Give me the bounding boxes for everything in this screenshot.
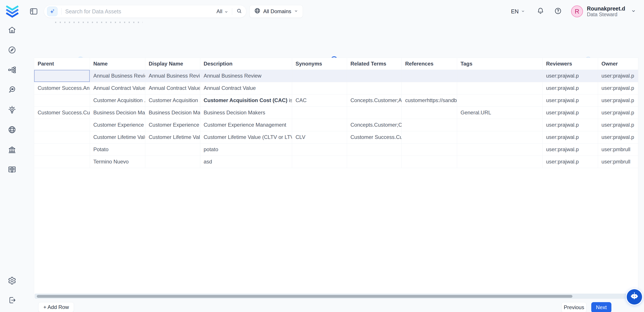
cell-parent-row-6[interactable] xyxy=(34,131,90,143)
cell-references-row-8[interactable] xyxy=(402,155,457,168)
cell-parent-row-2[interactable]: Customer Success.An... xyxy=(34,82,90,94)
previous-button[interactable]: Previous xyxy=(562,302,586,312)
cell-parent-row-4[interactable]: Customer Success.Cu... xyxy=(34,106,90,119)
sidebar-item-data-flow[interactable] xyxy=(8,66,17,75)
cell-synonyms-row-1[interactable] xyxy=(292,70,347,82)
cell-related-terms-row-7[interactable] xyxy=(347,143,402,155)
sidebar-item-observability[interactable] xyxy=(8,86,17,95)
cell-tags-row-4[interactable]: General.URL xyxy=(457,106,542,119)
cell-references-row-5[interactable] xyxy=(402,119,457,131)
cell-description-row-1[interactable]: Annual Business Review xyxy=(200,70,292,82)
cell-name-row-2[interactable]: Annual Contract Value xyxy=(90,82,145,94)
cell-tags-row-1[interactable] xyxy=(457,70,542,82)
cell-parent-row-7[interactable] xyxy=(34,143,90,155)
cell-synonyms-row-4[interactable] xyxy=(292,106,347,119)
cell-parent-row-1[interactable] xyxy=(34,70,90,82)
cell-description-row-5[interactable]: Customer Experience Management xyxy=(200,119,292,131)
search-input[interactable] xyxy=(62,8,216,15)
cell-related-terms-row-2[interactable] xyxy=(347,82,402,94)
cell-parent-row-5[interactable] xyxy=(34,119,90,131)
sidebar-item-domains[interactable] xyxy=(8,125,17,135)
cell-references-row-1[interactable] xyxy=(402,70,457,82)
cell-owner-row-2[interactable]: user:prajwal.p xyxy=(598,82,638,94)
cell-display-name-row-3[interactable]: Customer Acquisition ... xyxy=(145,94,200,106)
ai-sparkle-icon[interactable] xyxy=(47,7,58,16)
cell-owner-row-5[interactable]: user:prajwal.p xyxy=(598,119,638,131)
cell-display-name-row-1[interactable]: Annual Business Revie... xyxy=(145,70,200,82)
cell-display-name-row-8[interactable] xyxy=(145,155,200,168)
sidebar-item-home[interactable] xyxy=(8,26,17,35)
cell-owner-row-8[interactable]: user:pmbrull xyxy=(598,155,638,168)
cell-related-terms-row-3[interactable]: Concepts.Customer;A... xyxy=(347,94,402,106)
cell-description-row-4[interactable]: Business Decision Makers xyxy=(200,106,292,119)
cell-description-row-3[interactable]: Customer Acquisition Cost (CAC) is a ... xyxy=(200,94,292,106)
cell-reviewers-row-8[interactable]: user:prajwal.p xyxy=(542,155,598,168)
sidebar-item-logout[interactable] xyxy=(8,296,17,305)
cell-references-row-3[interactable]: customerhttps://sandb... xyxy=(402,94,457,106)
cell-related-terms-row-4[interactable] xyxy=(347,106,402,119)
cell-display-name-row-5[interactable]: Customer Experience ... xyxy=(145,119,200,131)
help-button[interactable] xyxy=(554,7,562,16)
cell-description-row-8[interactable]: asd xyxy=(200,155,292,168)
cell-name-row-6[interactable]: Customer Lifetime Value xyxy=(90,131,145,143)
cell-tags-row-6[interactable] xyxy=(457,131,542,143)
cell-reviewers-row-1[interactable]: user:prajwal.p xyxy=(542,70,598,82)
cell-synonyms-row-8[interactable] xyxy=(292,155,347,168)
cell-related-terms-row-1[interactable] xyxy=(347,70,402,82)
cell-display-name-row-6[interactable]: Customer Lifetime Val... xyxy=(145,131,200,143)
sidebar-item-glossary[interactable] xyxy=(8,166,17,175)
cell-references-row-7[interactable] xyxy=(402,143,457,155)
cell-synonyms-row-6[interactable]: CLV xyxy=(292,131,347,143)
cell-synonyms-row-2[interactable] xyxy=(292,82,347,94)
cell-tags-row-2[interactable] xyxy=(457,82,542,94)
cell-reviewers-row-7[interactable]: user:prajwal.p xyxy=(542,143,598,155)
cell-synonyms-row-7[interactable] xyxy=(292,143,347,155)
cell-related-terms-row-5[interactable]: Concepts.Customer;C... xyxy=(347,119,402,131)
cell-synonyms-row-5[interactable] xyxy=(292,119,347,131)
chevron-down-icon[interactable] xyxy=(631,8,636,15)
cell-synonyms-row-3[interactable]: CAC xyxy=(292,94,347,106)
cell-description-row-2[interactable]: Annual Contract Value xyxy=(200,82,292,94)
cell-reviewers-row-6[interactable]: user:prajwal.p xyxy=(542,131,598,143)
sidebar-toggle-button[interactable] xyxy=(29,7,39,16)
domains-filter-button[interactable]: All Domains xyxy=(250,5,303,18)
cell-display-name-row-4[interactable]: Business Decision Ma... xyxy=(145,106,200,119)
language-selector[interactable]: EN xyxy=(511,8,525,15)
cell-name-row-3[interactable]: Customer Acquisition ... xyxy=(90,94,145,106)
cell-related-terms-row-6[interactable]: Customer Success.Cu... xyxy=(347,131,402,143)
cell-reviewers-row-4[interactable]: user:prajwal.p xyxy=(542,106,598,119)
notifications-button[interactable] xyxy=(536,7,544,16)
search-scope-dropdown[interactable]: All xyxy=(216,8,228,15)
cell-display-name-row-7[interactable] xyxy=(145,143,200,155)
cell-references-row-4[interactable] xyxy=(402,106,457,119)
cell-tags-row-5[interactable] xyxy=(457,119,542,131)
cell-parent-row-3[interactable] xyxy=(34,94,90,106)
cell-owner-row-1[interactable]: user:prajwal.p xyxy=(598,70,638,82)
add-row-button[interactable]: + Add Row xyxy=(38,302,74,312)
cell-name-row-8[interactable]: Termino Nuevo xyxy=(90,155,145,168)
cell-reviewers-row-3[interactable]: user:prajwal.p xyxy=(542,94,598,106)
cell-parent-row-8[interactable] xyxy=(34,155,90,168)
cell-reviewers-row-2[interactable]: user:prajwal.p xyxy=(542,82,598,94)
cell-description-row-7[interactable]: potato xyxy=(200,143,292,155)
cell-display-name-row-2[interactable]: Annual Contract Value ... xyxy=(145,82,200,94)
user-avatar[interactable]: R xyxy=(571,6,583,17)
search-submit-button[interactable] xyxy=(232,8,242,15)
sidebar-item-explore[interactable] xyxy=(8,46,17,55)
cell-references-row-2[interactable] xyxy=(402,82,457,94)
horizontal-scrollbar-thumb[interactable] xyxy=(37,295,572,298)
sidebar-item-governance[interactable] xyxy=(8,145,17,155)
cell-owner-row-4[interactable]: user:prajwal.p xyxy=(598,106,638,119)
cell-owner-row-3[interactable]: user:prajwal.p xyxy=(598,94,638,106)
collate-logo-icon[interactable] xyxy=(5,3,19,19)
chatbot-button[interactable] xyxy=(627,289,642,304)
cell-name-row-7[interactable]: Potato xyxy=(90,143,145,155)
cell-name-row-4[interactable]: Business Decision Ma... xyxy=(90,106,145,119)
cell-tags-row-3[interactable] xyxy=(457,94,542,106)
cell-references-row-6[interactable] xyxy=(402,131,457,143)
user-menu[interactable]: Rounakpreet.d Data Steward xyxy=(587,6,625,17)
cell-name-row-5[interactable]: Customer Experience ... xyxy=(90,119,145,131)
cell-tags-row-8[interactable] xyxy=(457,155,542,168)
cell-description-row-6[interactable]: Customer Lifetime Value (CLTV or LTV) i.… xyxy=(200,131,292,143)
next-button[interactable]: Next xyxy=(591,302,612,312)
